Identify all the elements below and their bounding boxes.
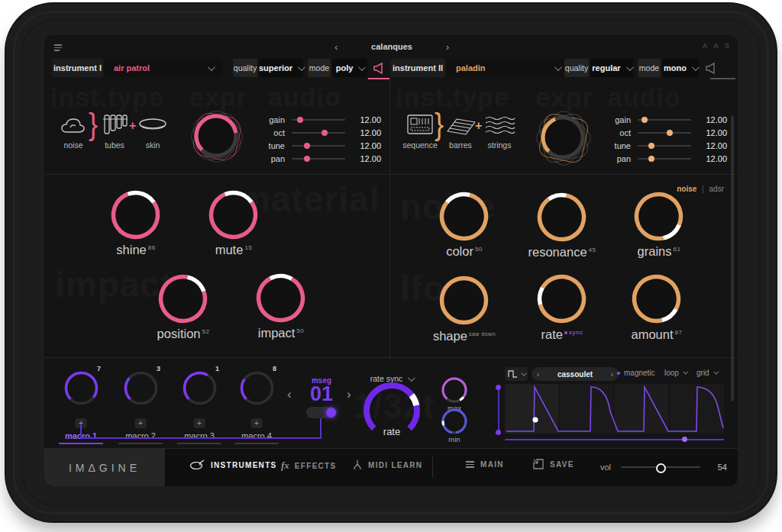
mode-value: poly xyxy=(336,63,354,73)
grains-label: grains xyxy=(638,244,672,258)
audition-speaker-icon[interactable] xyxy=(706,63,716,74)
instrument-2-preset[interactable]: paladin xyxy=(447,59,569,77)
mseg-toggle[interactable] xyxy=(306,407,337,418)
volume-slider[interactable] xyxy=(621,466,700,468)
main-button[interactable]: main xyxy=(466,459,504,469)
expr-knob-instrument-2[interactable] xyxy=(538,113,587,162)
envelope-prev-button[interactable]: ‹ xyxy=(537,370,539,379)
instrument-1-mode-select[interactable]: poly xyxy=(332,59,367,77)
tune-slider[interactable] xyxy=(292,145,345,147)
scrollbar[interactable] xyxy=(731,115,734,401)
instrument-1-quality-select[interactable]: superior xyxy=(259,59,303,77)
resonance-knob[interactable] xyxy=(535,190,589,244)
save-label: save xyxy=(550,460,574,469)
tune-slider[interactable] xyxy=(638,145,691,147)
imagine-logo: imΔgine xyxy=(69,462,141,474)
grid-select[interactable]: grid xyxy=(696,369,717,377)
midi-plug-icon xyxy=(351,459,364,471)
instrument-2-quality-select[interactable]: regular xyxy=(590,59,633,77)
envelope-preset-select[interactable]: ‹ cassoulet › xyxy=(532,367,619,381)
barres-type-icon[interactable] xyxy=(446,114,477,136)
envelope-preset-name: cassoulet xyxy=(557,370,593,379)
aas-logo: A A S xyxy=(695,42,732,50)
square-wave-icon xyxy=(508,370,518,378)
main-label: main xyxy=(480,460,504,469)
sequence-type-icon[interactable] xyxy=(406,113,434,137)
tab-effects[interactable]: fx effects xyxy=(281,459,337,472)
magnetic-toggle[interactable]: magnetic xyxy=(617,369,655,377)
envelope-vslider-top-handle[interactable] xyxy=(496,385,501,390)
tubes-type-icon[interactable] xyxy=(102,113,128,137)
instrument-1-preset[interactable]: air patrol xyxy=(105,59,222,77)
macro-2-add-button[interactable]: + xyxy=(135,418,147,428)
main-menu-icon xyxy=(466,459,474,469)
impact-knob[interactable] xyxy=(254,271,308,325)
save-button[interactable]: save xyxy=(533,459,574,469)
preset-prev-button[interactable]: ‹ xyxy=(334,41,338,53)
instrument-2-mode-select[interactable]: mono xyxy=(662,59,699,77)
envelope-next-button[interactable]: › xyxy=(611,370,613,379)
gain-slider[interactable] xyxy=(292,119,345,121)
pan-value: 12.00 xyxy=(352,154,381,163)
amount-knob[interactable] xyxy=(629,272,683,326)
envelope-hslider-handle[interactable] xyxy=(682,437,687,442)
loop-select[interactable]: loop xyxy=(664,369,687,377)
min-knob[interactable] xyxy=(440,407,469,436)
instrument-2-mode-label: mode xyxy=(638,59,661,77)
wave-shape-select[interactable] xyxy=(505,367,528,381)
max-knob[interactable] xyxy=(440,376,469,405)
oct-slider[interactable] xyxy=(638,132,691,134)
audio-sliders-instrument-2: gain12.00 oct12.00 tune12.00 pan12.00 xyxy=(597,113,727,165)
plugin-window: ‹ calanques › A A S instrument I air pat… xyxy=(44,35,738,486)
amount-label: amount xyxy=(632,327,674,341)
gain-slider[interactable] xyxy=(638,119,691,121)
pan-slider[interactable] xyxy=(638,158,691,160)
macro-4-knob[interactable] xyxy=(238,369,276,407)
oct-slider[interactable] xyxy=(292,132,345,134)
impact-value: 50 xyxy=(296,327,304,334)
strings-type-icon[interactable] xyxy=(484,114,516,136)
noise-type-icon[interactable] xyxy=(60,114,89,137)
envelope-vslider-bottom-handle[interactable] xyxy=(496,430,501,435)
mseg-number[interactable]: 01 xyxy=(299,382,344,406)
macro-3-label[interactable]: macro 3 xyxy=(170,431,228,440)
color-knob[interactable] xyxy=(437,189,491,243)
macro-4-label[interactable]: macro 4 xyxy=(228,431,286,440)
save-icon xyxy=(533,459,544,469)
macro-1-knob[interactable] xyxy=(63,369,100,407)
preset-name[interactable]: calanques xyxy=(371,42,412,51)
mode-value: mono xyxy=(664,63,687,73)
quality-value: regular xyxy=(592,63,620,73)
mod-route-line xyxy=(80,437,322,439)
envelope-horizontal-slider[interactable] xyxy=(505,439,724,440)
tab-adsr[interactable]: adsr xyxy=(709,185,724,193)
tab-instruments[interactable]: instruments xyxy=(189,459,277,470)
macro-3-add-button[interactable]: + xyxy=(194,418,205,428)
menu-icon[interactable] xyxy=(54,43,63,53)
instrument-1-active-indicator xyxy=(368,78,389,79)
mute-knob[interactable] xyxy=(206,188,260,242)
macro-2-label[interactable]: macro 2 xyxy=(111,431,170,440)
logo-panel: imΔgine xyxy=(44,449,165,486)
lfo-rate-knob[interactable] xyxy=(535,272,589,326)
tab-midi-learn[interactable]: midi learn xyxy=(351,459,422,471)
envelope-vertical-slider[interactable] xyxy=(498,387,499,431)
tab-effects-label: effects xyxy=(295,462,337,470)
macro-2-knob[interactable] xyxy=(122,369,160,407)
mseg-prev-button[interactable]: ‹ xyxy=(287,387,292,402)
volume-slider-handle[interactable] xyxy=(656,463,666,473)
macro-4-add-button[interactable]: + xyxy=(251,418,263,428)
macro-3-knob[interactable] xyxy=(181,369,218,407)
position-knob[interactable] xyxy=(156,272,210,326)
shape-knob[interactable] xyxy=(437,273,491,327)
envelope-display[interactable] xyxy=(505,384,724,434)
preset-next-button[interactable]: › xyxy=(446,41,449,53)
grains-knob[interactable] xyxy=(632,189,686,243)
expr-knob-instrument-1[interactable] xyxy=(192,111,241,160)
audition-speaker-icon[interactable] xyxy=(373,63,383,74)
type-label-barres: barres xyxy=(439,140,482,150)
pan-slider[interactable] xyxy=(292,158,345,160)
mseg-next-button[interactable]: › xyxy=(347,387,351,402)
shine-knob[interactable] xyxy=(108,188,163,242)
skin-type-icon[interactable] xyxy=(137,118,168,133)
